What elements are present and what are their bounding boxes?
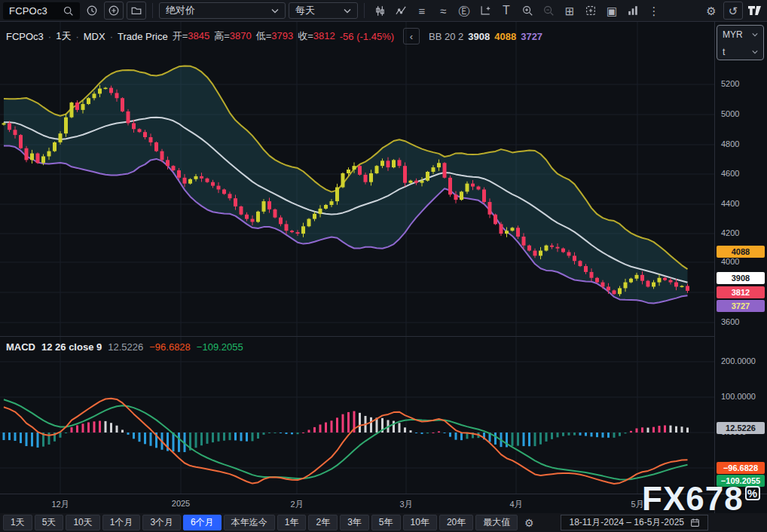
- currency-value: MYR: [723, 29, 743, 40]
- range-button-5年[interactable]: 5年: [371, 515, 401, 530]
- range-button-3年[interactable]: 3年: [340, 515, 369, 530]
- clock-icon[interactable]: [83, 2, 101, 19]
- grid-view-button[interactable]: ⊞: [561, 2, 579, 19]
- macd-signal-value: −109.2055: [197, 341, 243, 353]
- chart-area: FCPOc3 · 1天 · MDX · Trade Price 开=3845 高…: [0, 22, 767, 513]
- macd-hist-value: 12.5226: [108, 341, 143, 353]
- screenshot-button[interactable]: [582, 2, 600, 19]
- legend-symbol[interactable]: FCPOc3: [6, 31, 44, 42]
- toolbar-separator: [152, 3, 153, 18]
- macd-indicator-label[interactable]: MACD: [6, 341, 35, 353]
- range-button-10年[interactable]: 10年: [403, 515, 437, 530]
- templates-button[interactable]: ≡: [413, 2, 431, 19]
- symbol-name: FCPOc3: [9, 5, 47, 17]
- time-axis-label: 4月: [509, 499, 522, 510]
- bar-chart-button[interactable]: [624, 2, 642, 19]
- legend-exchange: MDX: [84, 31, 105, 42]
- bb-basis-value: 3908: [468, 31, 490, 42]
- candlestick-style-button[interactable]: [371, 2, 389, 19]
- axis-tick-label: 100.0000: [721, 392, 756, 401]
- currency-select[interactable]: MYR: [717, 26, 763, 43]
- bb-upper-value: 4088: [494, 31, 516, 42]
- range-button-3个月[interactable]: 3个月: [142, 515, 181, 530]
- bb-lower-value: 3727: [521, 31, 542, 42]
- tradingview-logo[interactable]: [746, 2, 764, 19]
- range-button-最大值[interactable]: 最大值: [475, 515, 518, 530]
- time-axis[interactable]: 12月20252月3月4月5月: [0, 494, 714, 513]
- price-mode-value: 绝对价: [166, 4, 195, 17]
- high-value: 3870: [230, 30, 252, 41]
- axis-tick-label: 4400: [721, 199, 739, 208]
- price-mode-select[interactable]: 绝对价: [159, 2, 286, 19]
- axis-price-badge: 3908: [717, 272, 765, 284]
- range-button-20年[interactable]: 20年: [439, 515, 473, 530]
- layout-button[interactable]: ▣: [603, 2, 621, 19]
- trading-app: FCPOc3 绝对价 每天: [0, 0, 767, 532]
- macd-pane[interactable]: [0, 337, 714, 494]
- symbol-search-box[interactable]: FCPOc3: [3, 2, 80, 20]
- time-axis-label: 12月: [51, 499, 69, 510]
- axis-tick-label: 4000: [721, 257, 739, 266]
- axis-tick-label: 4200: [721, 228, 739, 237]
- legend-interval[interactable]: 1天: [56, 29, 71, 43]
- interval-value: 每天: [295, 4, 315, 17]
- pane-divider[interactable]: [0, 336, 767, 337]
- price-axis[interactable]: MYR t 5200500048004600440042004000360020…: [714, 22, 767, 494]
- watermark-text: FX678: [642, 480, 744, 518]
- range-button-6个月[interactable]: 6个月: [183, 515, 222, 530]
- axis-price-badge: −96.6828: [717, 462, 765, 474]
- watermark-logo-mark: %: [745, 486, 760, 500]
- macd-params: 12 26 close 9: [41, 341, 102, 353]
- range-button-1天[interactable]: 1天: [3, 515, 32, 530]
- settings-gear-button[interactable]: ⚙: [702, 2, 720, 19]
- axis-price-badge: 4088: [717, 246, 765, 258]
- interval-select[interactable]: 每天: [289, 2, 358, 19]
- range-button-10天[interactable]: 10天: [66, 515, 99, 530]
- close-value: 3812: [313, 30, 335, 41]
- legend-collapse-button[interactable]: ‹: [403, 28, 420, 44]
- add-symbol-button[interactable]: [104, 2, 124, 20]
- folder-button[interactable]: [127, 2, 146, 20]
- axis-price-badge: 3727: [717, 300, 765, 312]
- price-pane[interactable]: [0, 22, 714, 336]
- undo-button[interactable]: ↺: [723, 2, 743, 20]
- indicators-button[interactable]: [392, 2, 410, 19]
- zoom-out-button[interactable]: [539, 2, 558, 19]
- range-button-1年[interactable]: 1年: [277, 515, 307, 530]
- more-options-button[interactable]: ⋮: [645, 2, 663, 19]
- change-value: -56 (-1.45%): [340, 31, 394, 42]
- time-axis-label: 2月: [290, 499, 303, 510]
- range-button-group: 1天5天10天1个月3个月6个月本年迄今1年2年3年5年10年20年最大值: [3, 515, 518, 530]
- chevron-down-icon: [752, 50, 758, 54]
- range-button-1个月[interactable]: 1个月: [102, 515, 141, 530]
- text-tool-button[interactable]: T: [497, 2, 515, 19]
- time-axis-label: 2025: [172, 499, 190, 508]
- axis-price-badge: 12.5226: [717, 422, 765, 434]
- chevron-down-icon: [271, 8, 279, 14]
- bb-indicator-label[interactable]: BB 20 2: [429, 31, 463, 42]
- unit-select[interactable]: t: [717, 43, 763, 60]
- chevron-down-icon: [752, 32, 758, 37]
- low-value: 3793: [271, 30, 293, 41]
- scale-settings-button[interactable]: [476, 2, 494, 19]
- range-button-5天[interactable]: 5天: [35, 515, 64, 530]
- zoom-in-button[interactable]: [518, 2, 536, 19]
- watermark: FX678 %: [642, 480, 760, 518]
- elliott-wave-button[interactable]: Ⓔ: [455, 2, 473, 19]
- axis-price-badge: 3812: [717, 286, 765, 298]
- axis-unit-box: MYR t: [717, 25, 764, 60]
- axis-tick-label: 3600: [721, 317, 739, 326]
- range-settings-gear-icon[interactable]: ⚙: [520, 517, 538, 529]
- macd-legend: MACD 12 26 close 9 12.5226 −96.6828 −109…: [6, 341, 243, 353]
- top-toolbar: FCPOc3 绝对价 每天: [0, 0, 767, 22]
- time-axis-label: 3月: [399, 499, 412, 510]
- toolbar-separator: [364, 3, 365, 18]
- axis-tick-label: 200.0000: [721, 356, 756, 365]
- range-button-2年[interactable]: 2年: [308, 515, 338, 530]
- axis-tick-label: 5200: [721, 79, 739, 88]
- axis-tick-label: 5000: [721, 109, 739, 118]
- waves-button[interactable]: ≈: [434, 2, 452, 19]
- price-legend: FCPOc3 · 1天 · MDX · Trade Price 开=3845 高…: [6, 28, 542, 44]
- range-button-本年迄今[interactable]: 本年迄今: [224, 515, 275, 530]
- axis-tick-label: 4800: [721, 139, 739, 148]
